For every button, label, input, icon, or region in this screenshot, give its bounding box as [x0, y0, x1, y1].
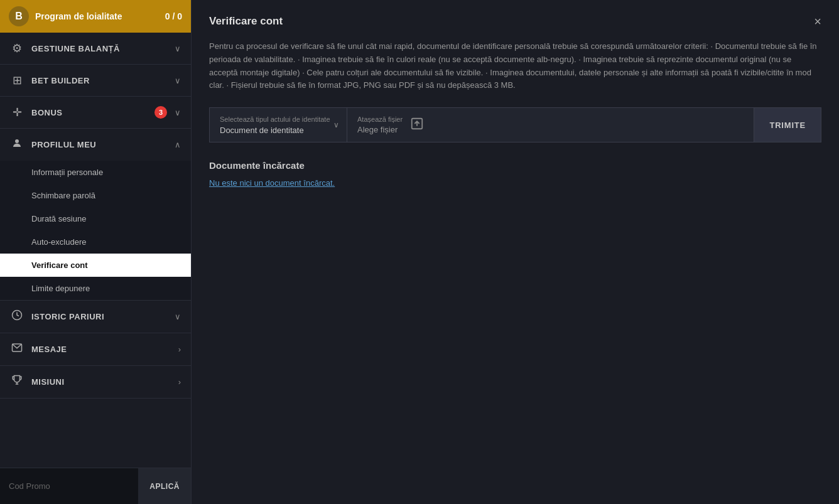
file-upload-labels: Atașează fișier Alege fișier — [357, 115, 403, 134]
promo-code-input[interactable] — [0, 468, 138, 504]
select-chevron-icon: ∨ — [333, 121, 339, 129]
chevron-down-icon: ∨ — [175, 44, 181, 53]
promo-apply-button[interactable]: APLICĂ — [138, 468, 191, 504]
modal-close-button[interactable]: × — [814, 15, 821, 28]
sidebar-label-bonus: BONUS — [31, 108, 147, 117]
sidebar-label-profilul-meu: PROFILUL MEU — [31, 140, 167, 149]
sidebar-item-informatii-personale[interactable]: Informații personale — [0, 161, 191, 184]
user-icon — [10, 137, 24, 152]
sidebar: B Program de loialitate 0 / 0 ⚙ GESTIUNE… — [0, 0, 192, 504]
section-mesaje: MESAJE › — [0, 333, 191, 366]
sidebar-item-bonus[interactable]: ✛ BONUS 3 ∨ — [0, 97, 191, 128]
section-bet-builder: ⊞ BET BUILDER ∨ — [0, 65, 191, 97]
sidebar-label-mesaje: MESAJE — [31, 345, 171, 354]
section-profilul-meu: PROFILUL MEU ∧ Informații personale Schi… — [0, 129, 191, 301]
file-placeholder: Alege fișier — [357, 125, 403, 134]
upload-icon — [410, 117, 424, 134]
verificare-cont-panel: Verificare cont × Pentru ca procesul de … — [192, 0, 839, 504]
sidebar-item-limite-depunere[interactable]: Limite depunere — [0, 277, 191, 300]
mail-icon — [10, 342, 24, 357]
file-upload-area[interactable]: Atașează fișier Alege fișier — [347, 107, 754, 142]
select-label: Selectează tipul actului de identitate — [220, 115, 337, 123]
loyalty-icon: B — [9, 6, 29, 26]
sidebar-item-durata-sesiune[interactable]: Durată sesiune — [0, 207, 191, 230]
sidebar-label-misiuni: MISIUNI — [31, 377, 171, 387]
sidebar-item-bet-builder[interactable]: ⊞ BET BUILDER ∨ — [0, 65, 191, 96]
upload-row: Selectează tipul actului de identitate D… — [209, 107, 821, 142]
sidebar-item-schimbare-parola[interactable]: Schimbare parolă — [0, 184, 191, 207]
sidebar-item-mesaje[interactable]: MESAJE › — [0, 333, 191, 365]
loyalty-bar[interactable]: B Program de loialitate 0 / 0 — [0, 0, 191, 33]
chevron-right-icon: › — [178, 377, 181, 387]
doc-type-select[interactable]: Selectează tipul actului de identitate D… — [209, 107, 347, 142]
sidebar-label-bet-builder: BET BUILDER — [31, 76, 167, 85]
sidebar-item-verificare-cont[interactable]: Verificare cont — [0, 254, 191, 277]
no-docs-text: Nu este nici un document încărcat. — [209, 178, 821, 188]
trophy-icon — [10, 375, 24, 389]
sidebar-item-istoric-pariuri[interactable]: ISTORIC PARIURI ∨ — [0, 301, 191, 333]
section-bonus: ✛ BONUS 3 ∨ — [0, 97, 191, 129]
section-istoric-pariuri: ISTORIC PARIURI ∨ — [0, 301, 191, 333]
chevron-down-icon: ∨ — [175, 76, 181, 85]
sidebar-item-gestiune-balanta[interactable]: ⚙ GESTIUNE BALANȚĂ ∨ — [0, 33, 191, 64]
chevron-down-icon: ∨ — [175, 312, 181, 321]
info-text: Pentru ca procesul de verificare să fie … — [209, 40, 821, 92]
bonus-badge: 3 — [154, 106, 167, 119]
profilul-meu-submenu: Informații personale Schimbare parolă Du… — [0, 161, 191, 300]
sidebar-item-misiuni[interactable]: MISIUNI › — [0, 366, 191, 398]
section-misiuni: MISIUNI › — [0, 366, 191, 399]
svg-point-0 — [15, 139, 19, 143]
submit-button[interactable]: TRIMITE — [754, 107, 821, 142]
select-value: Document de identitate — [220, 126, 337, 135]
documents-section: Documente încărcate Nu este nici un docu… — [209, 160, 821, 188]
loyalty-label: Program de loialitate — [35, 11, 159, 21]
section-gestiune-balanta: ⚙ GESTIUNE BALANȚĂ ∨ — [0, 33, 191, 65]
file-attach-label: Atașează fișier — [357, 115, 403, 123]
history-icon — [10, 309, 24, 324]
sidebar-label-gestiune-balanta: GESTIUNE BALANȚĂ — [31, 44, 167, 53]
promo-bar: APLICĂ — [0, 468, 191, 504]
documents-section-title: Documente încărcate — [209, 160, 821, 171]
chevron-up-icon: ∧ — [175, 140, 181, 149]
betbuilder-icon: ⊞ — [10, 73, 24, 87]
sidebar-item-profilul-meu[interactable]: PROFILUL MEU ∧ — [0, 129, 191, 161]
sidebar-item-auto-excludere[interactable]: Auto-excludere — [0, 230, 191, 254]
loyalty-score: 0 / 0 — [165, 11, 182, 21]
bonus-icon: ✛ — [10, 105, 24, 119]
modal-header: Verificare cont × — [209, 15, 821, 28]
chevron-right-icon: › — [178, 345, 181, 354]
sidebar-label-istoric-pariuri: ISTORIC PARIURI — [31, 312, 167, 321]
modal-title: Verificare cont — [209, 15, 283, 28]
gear-icon: ⚙ — [10, 41, 24, 55]
main-content: Verificare cont × Pentru ca procesul de … — [192, 0, 839, 504]
chevron-down-icon: ∨ — [175, 108, 181, 117]
